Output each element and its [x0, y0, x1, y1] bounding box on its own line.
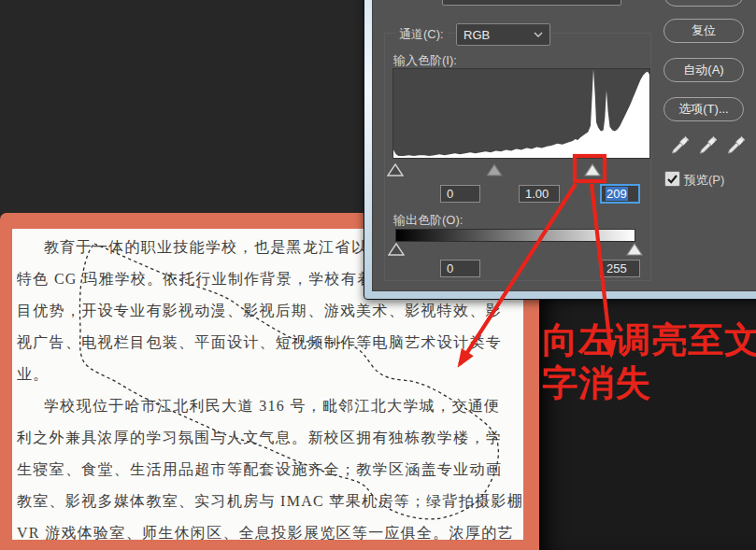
- input-black-field[interactable]: 0: [440, 185, 480, 203]
- output-levels-label: 输出色阶(O):: [393, 212, 463, 229]
- midtone-slider[interactable]: [486, 163, 503, 176]
- output-black-slider[interactable]: [388, 243, 405, 256]
- doc-line: 教室、影视多媒体教室、实习机房与 IMAC 苹果机房等；绿背拍摄影棚: [17, 486, 521, 517]
- preset-field[interactable]: [442, 0, 621, 6]
- channel-label: 通道(C):: [395, 26, 448, 43]
- doc-line: 目优势，开设专业有影视动漫、影视后期、游戏美术、影视特效、影: [17, 295, 521, 327]
- checkmark-icon: [665, 172, 679, 186]
- preview-checkbox[interactable]: [664, 171, 680, 187]
- doc-line: 视广告、电视栏目包装、平面设计、短视频制作等电脑艺术设计类专: [17, 327, 521, 359]
- preview-label[interactable]: 预览(P): [684, 172, 724, 189]
- doc-line: VR 游戏体验室、师生休闲区、全息投影展览区等一应俱全。浓厚的艺: [17, 517, 521, 549]
- input-white-field[interactable]: 209: [600, 184, 640, 204]
- channel-select[interactable]: RGB: [456, 23, 550, 46]
- output-black-field[interactable]: 0: [440, 260, 480, 277]
- eyedropper-black-icon[interactable]: [669, 135, 692, 156]
- options-button[interactable]: 选项(T)...: [663, 97, 744, 121]
- histogram-plot: [393, 69, 649, 158]
- reset-button[interactable]: 复位: [663, 19, 744, 43]
- chevron-down-icon: [534, 32, 543, 37]
- ok-button[interactable]: 确定: [663, 0, 744, 7]
- output-white-slider[interactable]: [626, 243, 643, 256]
- doc-line: 业。: [17, 359, 521, 390]
- output-gradient: [395, 229, 635, 242]
- dialog-panel: 确定 通道(C): RGB 输入色阶(I):: [372, 0, 756, 291]
- white-point-slider[interactable]: [584, 163, 601, 176]
- levels-dialog: 确定 通道(C): RGB 输入色阶(I):: [364, 0, 756, 300]
- doc-line: 生寝室、食堂、生活用品超市等配套设施齐全；教学区涵盖专业动画: [17, 454, 521, 486]
- input-gamma-field[interactable]: 1.00: [519, 185, 560, 203]
- input-levels-label: 输入色阶(I):: [393, 52, 457, 69]
- eyedropper-white-icon[interactable]: [725, 135, 748, 156]
- caption-line: 字消失: [542, 361, 756, 404]
- app-background: 教育于一体的职业技能学校，也是黑龙江省以“私 特色 CG 玛雅学校。依托行业制作…: [0, 0, 756, 550]
- caption-line: 向左调亮至文: [542, 318, 756, 361]
- output-white-field[interactable]: 255: [600, 260, 640, 277]
- histogram: [392, 68, 650, 159]
- black-point-slider[interactable]: [387, 163, 404, 176]
- auto-button[interactable]: 自动(A): [663, 58, 744, 82]
- eyedropper-gray-icon[interactable]: [697, 135, 720, 156]
- doc-line: 利之外兼具浓厚的学习氛围与人文气息。新校区拥有独栋教学楼，学: [17, 422, 521, 454]
- annotation-caption: 向左调亮至文 字消失: [542, 318, 756, 404]
- doc-line: 学校现位于哈市江北利民大道 316 号，毗邻江北大学城，交通便: [17, 390, 521, 422]
- channel-value: RGB: [464, 28, 490, 42]
